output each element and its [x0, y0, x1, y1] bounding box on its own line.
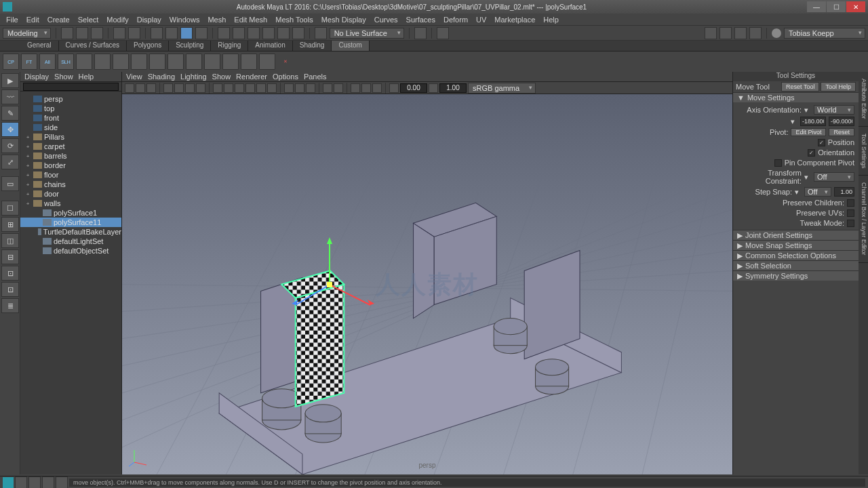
layout4-icon[interactable] — [749, 27, 762, 39]
axis-orientation-combo[interactable]: World — [814, 105, 854, 115]
preserve-uvs-checkbox[interactable] — [847, 209, 854, 217]
lasso-tool[interactable]: 〰 — [1, 89, 19, 104]
undo-icon[interactable] — [113, 27, 125, 39]
tweak-mode-checkbox[interactable] — [847, 220, 854, 227]
open-scene-icon[interactable] — [76, 27, 88, 39]
section-soft-selection[interactable]: ▶Soft Selection — [733, 260, 859, 270]
snap-point-icon[interactable] — [248, 27, 260, 39]
mel-icon[interactable] — [28, 476, 41, 489]
layout-icon[interactable] — [705, 27, 717, 39]
viewport-menu-options[interactable]: Options — [273, 73, 298, 81]
user-combo[interactable]: Tobias Koepp — [784, 28, 865, 39]
vp-expose-icon[interactable] — [323, 83, 332, 93]
outliner-menu-help[interactable]: Help — [79, 73, 94, 81]
viewport-menu-renderer[interactable]: Renderer — [236, 73, 267, 81]
shelf-icon-6[interactable] — [113, 54, 129, 70]
shelf-tab-rigging[interactable]: Rigging — [211, 41, 248, 51]
shelf-icon-4[interactable] — [76, 54, 92, 70]
vp-aa-icon[interactable] — [372, 83, 382, 93]
vp-shadewire-icon[interactable] — [235, 83, 244, 93]
layout2-icon[interactable] — [719, 27, 732, 39]
reset-tool-button[interactable]: Reset Tool — [781, 82, 819, 92]
outliner-menu-show[interactable]: Show — [54, 73, 73, 81]
vp-dof-icon[interactable] — [389, 83, 399, 93]
minimize-button[interactable]: — — [807, 1, 826, 12]
outliner-item-barrels[interactable]: +barrels — [20, 151, 121, 161]
outliner-tree[interactable]: persptopfrontside+Pillars+carpet+barrels… — [20, 92, 121, 474]
vp-select-cam-icon[interactable] — [125, 83, 134, 93]
outliner-toggle[interactable]: ≣ — [1, 298, 19, 313]
outliner-item-side[interactable]: side — [20, 123, 121, 132]
outliner-item-walls[interactable]: +walls — [20, 199, 121, 208]
step-snap-value[interactable] — [834, 187, 854, 197]
outliner-item-pillars[interactable]: +Pillars — [20, 132, 121, 142]
four-pane[interactable]: ⊞ — [1, 217, 19, 232]
three-left[interactable]: ⊡ — [1, 282, 19, 297]
side-tab-attribute-editor[interactable]: Attribute Editor — [859, 72, 868, 127]
edit-pivot-button[interactable]: Edit Pivot — [791, 128, 826, 136]
outliner-item-floor[interactable]: +floor — [20, 170, 121, 180]
reset-pivot-button[interactable]: Reset — [829, 128, 854, 136]
section-symmetry-settings[interactable]: ▶Symmetry Settings — [733, 270, 859, 281]
shelf-icon-8[interactable] — [149, 54, 165, 70]
expand-icon[interactable]: + — [24, 144, 31, 150]
shelf-icon-13[interactable] — [241, 54, 257, 70]
viewport-menu-show[interactable]: Show — [212, 73, 231, 81]
vp-xray2-icon[interactable] — [306, 83, 315, 93]
shelf-icon-14[interactable] — [259, 54, 275, 70]
lasso-icon[interactable] — [165, 27, 178, 39]
shelf-tab-shading[interactable]: Shading — [293, 41, 332, 51]
outliner-item-carpet[interactable]: +carpet — [20, 142, 121, 151]
side-tab-tool-settings[interactable]: Tool Settings — [859, 127, 868, 176]
expand-icon[interactable]: + — [24, 134, 31, 140]
preserve-children-checkbox[interactable] — [847, 199, 854, 207]
shelf-icon-0[interactable]: CP — [3, 54, 19, 70]
side-tab-channel-box-layer-editor[interactable]: Channel Box / Layer Editor — [859, 176, 868, 263]
outliner-item-polysurface1[interactable]: polySurface1 — [20, 208, 121, 218]
shelf-icon-12[interactable] — [222, 54, 239, 70]
viewport-menu-panels[interactable]: Panels — [304, 73, 327, 81]
menu-mesh-display[interactable]: Mesh Display — [318, 15, 370, 24]
shelf-icon-11[interactable] — [204, 54, 220, 70]
snap-view-icon[interactable] — [292, 27, 304, 39]
snap-plane-icon[interactable] — [262, 27, 275, 39]
menu-mesh[interactable]: Mesh — [204, 15, 229, 24]
menu-create[interactable]: Create — [44, 15, 73, 24]
menu-edit-mesh[interactable]: Edit Mesh — [231, 15, 271, 24]
live-surface-icon[interactable] — [315, 27, 327, 39]
expand-icon[interactable]: + — [24, 172, 31, 178]
select-mode-icon[interactable] — [151, 27, 163, 39]
menu-curves[interactable]: Curves — [371, 15, 401, 24]
python-icon[interactable] — [42, 476, 54, 489]
delete-shelf-icon[interactable]: ✕ — [277, 54, 294, 70]
snap-grid-icon[interactable] — [218, 27, 230, 39]
move-settings-section[interactable]: ▼Move Settings — [733, 92, 859, 102]
shelf-icon-2[interactable]: All — [39, 54, 56, 70]
expand-icon[interactable]: + — [24, 191, 31, 197]
shelf-icon-7[interactable] — [131, 54, 147, 70]
tool-help-button[interactable]: Tool Help — [821, 82, 856, 92]
shelf-icon-10[interactable] — [186, 54, 202, 70]
pin-pivot-checkbox[interactable] — [774, 159, 782, 167]
rotate-tool[interactable]: ⟳ — [1, 138, 19, 153]
outliner-item-door[interactable]: +door — [20, 189, 121, 199]
transform-constraint-combo[interactable]: Off — [814, 172, 854, 182]
scale-tool[interactable]: ⤢ — [1, 155, 19, 169]
menu-surfaces[interactable]: Surfaces — [403, 15, 439, 24]
single-pane[interactable]: ☐ — [1, 201, 19, 216]
help-line-icon[interactable] — [56, 476, 68, 489]
step-snap-combo[interactable]: Off — [804, 187, 831, 197]
paint-tool[interactable]: ✎ — [1, 106, 19, 121]
two-stack[interactable]: ⊟ — [1, 249, 19, 264]
viewport-canvas[interactable]: persp 人人素材 — [122, 94, 732, 474]
expand-icon[interactable]: + — [24, 201, 31, 207]
shelf-icon-5[interactable] — [94, 54, 111, 70]
vp-xray-icon[interactable] — [295, 83, 304, 93]
vp-shadow-icon[interactable] — [267, 83, 277, 93]
vp-expose2-icon[interactable] — [334, 83, 343, 93]
outliner-search[interactable] — [23, 83, 119, 91]
outliner-item-polysurface11[interactable]: polySurface11 — [20, 218, 121, 227]
last-tool[interactable]: ▭ — [1, 176, 19, 191]
vp-gate-icon[interactable] — [174, 83, 184, 93]
vp-res-icon[interactable] — [185, 83, 195, 93]
